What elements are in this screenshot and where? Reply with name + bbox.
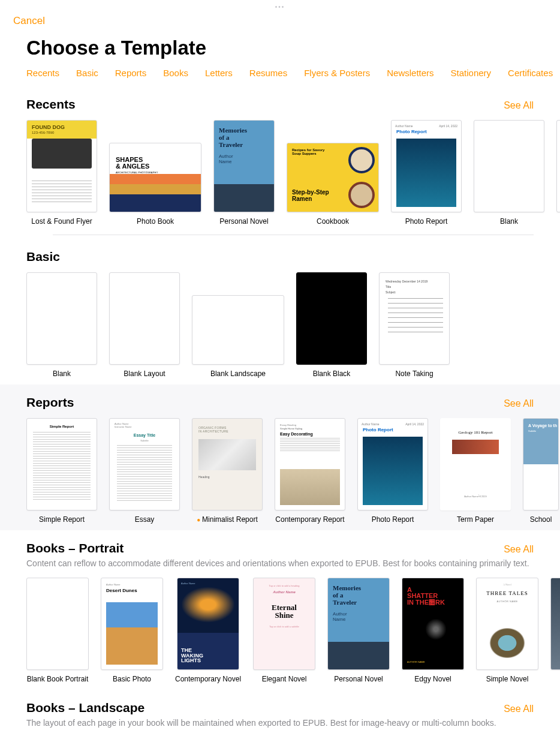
template-contemporary-novel[interactable]: Contemporary Novel	[175, 578, 241, 684]
section-basic: Basic Blank Blank Layout Blank Landscape…	[0, 239, 560, 384]
template-label: Simple Novel	[486, 675, 529, 684]
template-label: Minimalist Report	[197, 515, 258, 524]
template-lost-found[interactable]: Lost & Found Flyer	[26, 120, 97, 226]
template-label: Photo Report	[405, 217, 448, 226]
template-label: Contemporary Report	[275, 515, 344, 524]
template-blank-book-portrait[interactable]: Blank Book Portrait	[26, 578, 89, 684]
template-blank-layout[interactable]: Blank Layout	[109, 272, 180, 378]
see-all-reports[interactable]: See All	[504, 398, 534, 409]
template-personal-novel[interactable]: Personal Novel	[213, 120, 275, 226]
tab-certificates[interactable]: Certificates	[508, 68, 553, 78]
template-elegant-novel[interactable]: Author NameEternalShine Elegant Novel	[253, 578, 315, 684]
template-label: Blank Layout	[124, 370, 165, 378]
template-simple-novel[interactable]: THREE TALES Simple Novel	[476, 578, 538, 684]
template-label: Cookbook	[317, 217, 349, 226]
template-blank[interactable]: Blank	[26, 272, 97, 378]
see-all-books-portrait[interactable]: See All	[504, 544, 534, 555]
template-label: Term Paper	[457, 515, 494, 524]
section-books-landscape: Books – Landscape See All The layout of …	[0, 690, 560, 729]
tab-stationery[interactable]: Stationery	[451, 68, 492, 78]
template-label: School	[530, 515, 552, 524]
template-minimalist-report[interactable]: Minimalist Report	[192, 418, 263, 524]
template-label: Lost & Found Flyer	[31, 217, 92, 226]
tab-flyers[interactable]: Flyers & Posters	[304, 68, 370, 78]
section-title-reports: Reports	[26, 395, 74, 410]
template-label: Elegant Novel	[262, 675, 307, 684]
section-title-recents: Recents	[26, 97, 76, 112]
template-cookbook[interactable]: Cookbook	[287, 120, 379, 226]
template-blank-black[interactable]: Blank Black	[296, 272, 367, 378]
tab-letters[interactable]: Letters	[205, 68, 233, 78]
template-edgy-novel[interactable]: Edgy Novel	[402, 578, 464, 684]
section-desc-books-landscape: The layout of each page in your book wil…	[26, 715, 560, 729]
section-desc-books-portrait: Content can reflow to accommodate differ…	[26, 555, 560, 569]
tab-recents[interactable]: Recents	[26, 68, 59, 78]
template-personal-novel[interactable]: Personal Novel	[327, 578, 390, 684]
template-essay[interactable]: Author NameInstructor Name Essay	[109, 418, 180, 524]
drag-handle-icon: •••	[0, 0, 560, 13]
template-label: Contemporary Novel	[175, 675, 241, 684]
template-label: Blank Landscape	[210, 370, 266, 378]
template-label: Personal Novel	[219, 217, 268, 226]
template-label: Blank	[53, 370, 71, 378]
template-label: Photo Report	[372, 515, 414, 524]
template-note-taking[interactable]: Note Taking	[379, 272, 450, 378]
category-tabs: Recents Basic Reports Books Letters Resu…	[0, 65, 560, 86]
section-title-books-landscape: Books – Landscape	[26, 701, 144, 715]
section-books-portrait: Books – Portrait See All Content can ref…	[0, 530, 560, 690]
section-title-books-portrait: Books – Portrait	[26, 541, 124, 555]
template-term-paper[interactable]: Term Paper	[440, 418, 511, 524]
template-label: Personal Novel	[334, 675, 383, 684]
template-label: Edgy Novel	[414, 675, 451, 684]
template-basic-photo[interactable]: Basic Photo	[101, 578, 163, 684]
template-label: Essay	[135, 515, 155, 524]
tab-basic[interactable]: Basic	[76, 68, 98, 78]
template-label: Basic Photo	[113, 675, 151, 684]
template-label: Note Taking	[395, 370, 433, 378]
tab-reports[interactable]: Reports	[115, 68, 147, 78]
template-contemporary-report[interactable]: Essay Heading Contemporary Report	[275, 418, 345, 524]
template-partial[interactable]	[550, 578, 560, 684]
template-label: Blank	[500, 217, 518, 226]
tab-newsletters[interactable]: Newsletters	[387, 68, 433, 78]
template-photo-report[interactable]: Author NameApril 14, 2022 Photo Report	[357, 418, 428, 524]
cancel-button[interactable]: Cancel	[0, 13, 58, 32]
template-school[interactable]: School	[523, 418, 559, 524]
tab-books[interactable]: Books	[163, 68, 188, 78]
page-title: Choose a Template	[0, 32, 560, 65]
template-blank[interactable]: Blank	[474, 120, 544, 226]
template-label: Blank Book Portrait	[27, 675, 89, 684]
section-reports: Reports See All Simple Report Author Nam…	[0, 384, 560, 530]
template-label: Simple Report	[39, 515, 85, 524]
divider	[53, 235, 534, 235]
template-label: Blank Black	[313, 370, 351, 378]
template-partial[interactable]	[556, 120, 560, 226]
template-blank-landscape[interactable]: Blank Landscape	[192, 272, 284, 378]
see-all-books-landscape[interactable]: See All	[504, 704, 534, 714]
section-title-basic: Basic	[26, 250, 60, 264]
template-photo-book[interactable]: Photo Book	[109, 120, 201, 226]
template-simple-report[interactable]: Simple Report	[26, 418, 97, 524]
tab-resumes[interactable]: Resumes	[249, 68, 287, 78]
template-label: Photo Book	[137, 217, 174, 226]
template-photo-report[interactable]: Author NameApril 14, 2022 Photo Report	[391, 120, 462, 226]
see-all-recents[interactable]: See All	[504, 100, 534, 111]
section-recents: Recents See All Lost & Found Flyer Photo…	[0, 86, 560, 239]
